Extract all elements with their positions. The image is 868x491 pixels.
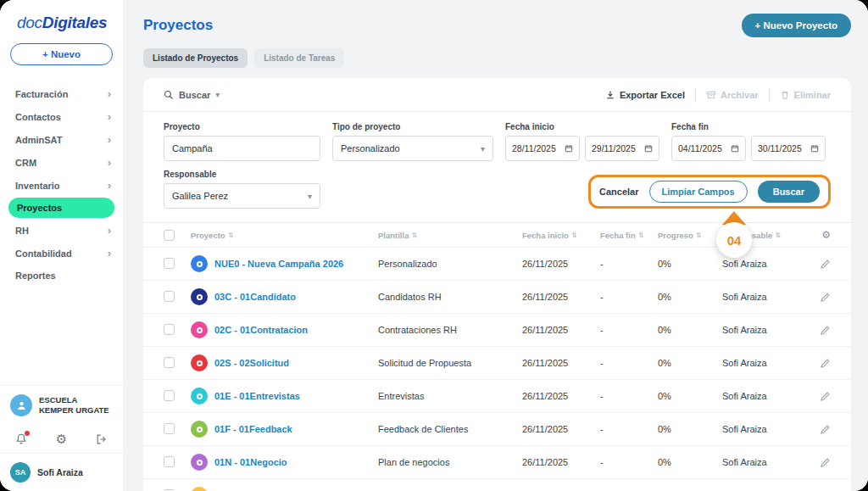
proyecto-input[interactable] <box>164 136 320 161</box>
row-checkbox[interactable] <box>164 423 175 434</box>
project-cell <box>191 487 378 491</box>
sort-icon: ⇅ <box>638 232 644 239</box>
fecha-inicio-from-input[interactable]: 28/11/2025 <box>505 136 580 161</box>
edit-icon[interactable] <box>820 424 831 435</box>
sidebar-item-facturaci-n[interactable]: Facturación › <box>0 82 123 105</box>
cell-plantilla: Entrevistas <box>378 391 522 401</box>
sidebar-item-contabilidad[interactable]: Contabilidad › <box>0 242 123 265</box>
sidebar-item-label: CRM <box>15 158 36 168</box>
filter-fecha-inicio: Fecha inicio 28/11/2025 29/11/2025 <box>505 122 659 161</box>
cell-fecha-fin: - <box>600 424 658 434</box>
row-checkbox-cell <box>164 357 191 370</box>
notifications-button[interactable] <box>15 432 27 445</box>
filter-proyecto: Proyecto <box>164 122 320 161</box>
sort-icon: ⇅ <box>571 232 577 239</box>
trash-icon <box>780 90 790 100</box>
row-checkbox[interactable] <box>164 357 175 368</box>
cell-fecha-fin: - <box>600 457 658 467</box>
th-proyecto[interactable]: Proyecto⇅ <box>191 231 378 240</box>
delete-label: Eliminar <box>794 90 831 100</box>
sidebar-item-inventario[interactable]: Inventario › <box>0 174 123 197</box>
edit-icon[interactable] <box>820 292 831 303</box>
sidebar-icon-bar: ⚙ <box>0 425 123 453</box>
project-icon <box>191 321 208 338</box>
th-fecha-fin[interactable]: Fecha fin⇅ <box>600 231 658 240</box>
th-fecha-inicio[interactable]: Fecha inicio⇅ <box>522 231 600 240</box>
chevron-right-icon: › <box>108 134 111 145</box>
cell-fecha-inicio: 26/11/2025 <box>522 358 600 368</box>
tipo-select[interactable]: Personalizado ▾ <box>332 136 493 161</box>
th-progreso[interactable]: Progreso⇅ <box>658 231 722 240</box>
logout-button[interactable] <box>96 433 108 445</box>
project-link[interactable]: NUE0 - Nueva Campaña 2026 <box>214 259 343 269</box>
edit-cell <box>805 325 831 336</box>
export-excel-button[interactable]: Exportar Excel <box>605 90 685 100</box>
fecha-fin-to-value: 30/11/2025 <box>758 143 802 153</box>
divider <box>695 89 696 101</box>
clear-fields-button[interactable]: Limpiar Campos <box>649 181 748 203</box>
table-settings-cell: ⚙ <box>805 229 831 241</box>
responsable-select[interactable]: Galilea Perez ▾ <box>164 183 320 209</box>
search-button[interactable]: Buscar <box>758 181 820 203</box>
chevron-right-icon: › <box>108 180 111 191</box>
sidebar-new-button[interactable]: + Nuevo <box>10 43 113 65</box>
org-avatar <box>10 394 32 416</box>
th-plantilla[interactable]: Plantilla⇅ <box>378 231 522 240</box>
project-link[interactable]: 01E - 01Entrevistas <box>214 391 300 401</box>
row-checkbox-cell <box>164 390 191 403</box>
row-checkbox-cell <box>164 324 191 337</box>
brand-digitales: Digitales <box>42 14 108 31</box>
edit-icon[interactable] <box>820 391 831 402</box>
edit-icon[interactable] <box>820 259 831 270</box>
row-checkbox[interactable] <box>164 324 175 335</box>
project-link[interactable]: 02C - 01Contratacion <box>214 325 308 335</box>
cancel-button[interactable]: Cancelar <box>599 187 638 197</box>
fecha-inicio-to-input[interactable]: 29/11/2025 <box>585 136 659 161</box>
current-user[interactable]: SA Sofi Araiza <box>0 453 123 491</box>
row-checkbox[interactable] <box>164 390 175 401</box>
project-link[interactable]: 01F - 01Feedback <box>214 424 292 434</box>
table-row-partial <box>143 478 851 491</box>
project-link[interactable]: 03C - 01Candidato <box>214 292 296 302</box>
sidebar-item-adminsat[interactable]: AdminSAT › <box>0 128 123 151</box>
new-project-button[interactable]: + Nuevo Proyecto <box>742 14 851 37</box>
fecha-fin-to-input[interactable]: 30/11/2025 <box>751 136 826 161</box>
archive-button[interactable]: Archivar <box>706 90 759 100</box>
gear-icon[interactable]: ⚙ <box>821 229 831 241</box>
edit-icon[interactable] <box>820 358 831 369</box>
sidebar-item-label: Inventario <box>15 181 60 191</box>
row-checkbox[interactable] <box>164 456 175 467</box>
org-account[interactable]: ESCUELA KEMPER URGATE <box>0 385 123 425</box>
sidebar-item-label: Contactos <box>15 112 61 122</box>
search-dropdown[interactable]: Buscar ▾ <box>164 90 220 100</box>
sidebar-item-contactos[interactable]: Contactos › <box>0 105 123 128</box>
sidebar-item-reportes[interactable]: Reportes <box>0 265 123 287</box>
project-cell: 01E - 01Entrevistas <box>191 388 378 405</box>
select-all-checkbox[interactable] <box>164 230 175 241</box>
fecha-fin-from-input[interactable]: 04/11/2025 <box>671 136 746 161</box>
project-icon <box>191 255 208 272</box>
sidebar-item-label: RH <box>15 226 29 236</box>
calendar-icon <box>810 144 819 153</box>
tab-listado-de-proyectos[interactable]: Listado de Proyectos <box>143 48 248 68</box>
project-icon-glyph <box>197 294 203 300</box>
cell-responsable: Sofi Araiza <box>722 424 805 434</box>
row-checkbox[interactable] <box>164 291 175 302</box>
sidebar-item-proyectos[interactable]: Proyectos <box>8 198 114 218</box>
edit-icon[interactable] <box>820 325 831 336</box>
chevron-down-icon: ▾ <box>215 90 220 99</box>
cell-responsable: Sofi Araiza <box>722 259 805 269</box>
th-fecha-fin-label: Fecha fin <box>600 231 636 240</box>
settings-button[interactable]: ⚙ <box>56 432 67 445</box>
edit-icon[interactable] <box>820 457 831 468</box>
row-checkbox-cell <box>164 258 191 271</box>
user-avatar: SA <box>10 462 31 483</box>
row-checkbox[interactable] <box>164 258 175 269</box>
project-link[interactable]: 01N - 01Negocio <box>214 457 287 467</box>
cell-fecha-fin: - <box>600 391 658 401</box>
sidebar-item-rh[interactable]: RH › <box>0 219 123 242</box>
sidebar-item-crm[interactable]: CRM › <box>0 151 123 174</box>
delete-button[interactable]: Eliminar <box>780 90 831 100</box>
tab-listado-de-tareas[interactable]: Listado de Tareas <box>254 48 344 68</box>
project-link[interactable]: 02S - 02Solicitud <box>214 358 289 368</box>
